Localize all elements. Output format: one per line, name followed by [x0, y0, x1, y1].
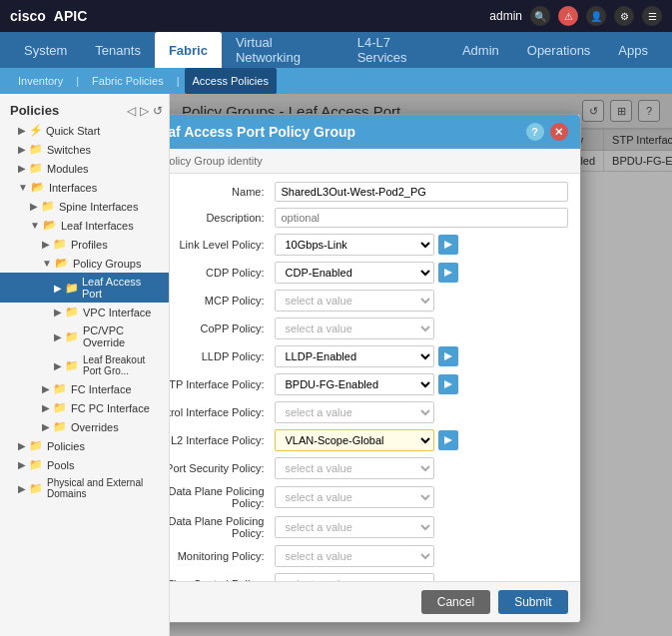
policies-expand-icon: ▶: [18, 440, 26, 451]
fcpc-folder-icon: 📁: [53, 401, 67, 414]
subnav-inventory[interactable]: Inventory: [10, 68, 71, 94]
stp-label: STP Interface Policy:: [170, 378, 275, 390]
link-level-label: Link Level Policy:: [170, 239, 275, 251]
monitoring-label: Monitoring Policy:: [170, 550, 275, 562]
sidebar-item-pools[interactable]: ▶ 📁 Pools: [0, 455, 169, 474]
sidebar-refresh-icon[interactable]: ↺: [153, 104, 163, 118]
search-icon[interactable]: 🔍: [530, 6, 550, 26]
port-security-select[interactable]: select a value: [275, 457, 434, 479]
port-security-label: Port Security Policy:: [170, 462, 275, 474]
sidebar-item-domains[interactable]: ▶ 📁 Physical and External Domains: [0, 474, 169, 502]
nav-virtual-networking[interactable]: Virtual Networking: [222, 32, 343, 68]
sidebar-label-modules: Modules: [47, 163, 89, 175]
user-icon[interactable]: 👤: [586, 6, 606, 26]
mcp-select[interactable]: select a value: [275, 290, 434, 312]
subnav-fabric-policies[interactable]: Fabric Policies: [84, 68, 172, 94]
stp-action-btn[interactable]: [438, 374, 458, 394]
sidebar-label-pcvpc: PC/VPC Override: [83, 324, 163, 348]
sidebar-item-vpc-interface[interactable]: ▶ 📁 VPC Interface: [0, 303, 169, 321]
cancel-button[interactable]: Cancel: [421, 590, 490, 614]
nav-fabric[interactable]: Fabric: [155, 32, 222, 68]
sidebar-item-leaf-interfaces[interactable]: ▼ 📂 Leaf Interfaces: [0, 216, 169, 235]
sidebar-item-pc-vpc-override[interactable]: ▶ 📁 PC/VPC Override: [0, 321, 169, 351]
description-label: Description:: [170, 212, 275, 224]
subnav-sep2: |: [177, 75, 180, 87]
sidebar-item-spine-interfaces[interactable]: ▶ 📁 Spine Interfaces: [0, 197, 169, 216]
sidebar-item-policy-groups[interactable]: ▼ 📂 Policy Groups: [0, 254, 169, 273]
sidebar-policies-header: Policies ◁ ▷ ↺: [0, 100, 169, 121]
modal-close-btn[interactable]: ✕: [550, 123, 568, 141]
storm-select[interactable]: select a value: [275, 401, 434, 423]
storm-label: Storm Control Interface Policy:: [170, 406, 275, 418]
sidebar-item-switches[interactable]: ▶ 📁 Switches: [0, 140, 169, 159]
subnav-access-policies[interactable]: Access Policies: [185, 68, 277, 94]
quick-start-expand-icon: ▶: [18, 125, 26, 136]
cdp-action-btn[interactable]: [438, 263, 458, 283]
ingress-select[interactable]: select a value: [275, 516, 434, 538]
gear-icon[interactable]: ☰: [642, 6, 662, 26]
form-row-port-security: Port Security Policy: select a value: [170, 457, 568, 479]
pfc-select[interactable]: select a value: [275, 573, 434, 581]
link-level-control: 10Gbps-Link: [275, 234, 568, 256]
sidebar-back-icon[interactable]: ◁: [127, 104, 136, 118]
modal-footer: Cancel Submit: [170, 581, 580, 622]
settings-icon[interactable]: ⚙: [614, 6, 634, 26]
copp-select[interactable]: select a value: [275, 318, 434, 339]
switches-expand-icon: ▶: [18, 144, 26, 155]
modal-help-btn[interactable]: ?: [526, 123, 544, 141]
nav-admin[interactable]: Admin: [448, 32, 513, 68]
nav-operations[interactable]: Operations: [513, 32, 605, 68]
sidebar-item-modules[interactable]: ▶ 📁 Modules: [0, 159, 169, 178]
lldp-action-btn[interactable]: [438, 346, 458, 366]
alert-icon[interactable]: ⚠: [558, 6, 578, 26]
apic-title: APIC: [54, 8, 87, 24]
description-input[interactable]: [275, 208, 568, 228]
l2-action-btn[interactable]: [438, 430, 458, 450]
lldp-wrap: LLDP-Enabled: [275, 345, 568, 367]
domains-folder-icon: 📁: [29, 482, 43, 495]
stp-control: BPDU-FG-Enabled: [275, 373, 568, 395]
nav-l4l7[interactable]: L4-L7 Services: [343, 32, 448, 68]
sidebar-item-overrides[interactable]: ▶ 📁 Overrides: [0, 417, 169, 436]
ingress-label: Ingress Data Plane Policing Policy:: [170, 515, 275, 539]
monitoring-select[interactable]: select a value: [275, 545, 434, 567]
modal-header-icons: ? ✕: [526, 123, 568, 141]
leaf-interfaces-folder-icon: 📂: [43, 219, 57, 232]
sidebar-label-vpc: VPC Interface: [83, 307, 151, 318]
sidebar-item-leaf-breakout[interactable]: ▶ 📁 Leaf Breakout Port Gro...: [0, 351, 169, 379]
sidebar-item-fc-pc-interface[interactable]: ▶ 📁 FC PC Interface: [0, 398, 169, 417]
form-row-description: Description:: [170, 208, 568, 228]
sidebar-label-leaf-access-port: Leaf Access Port: [82, 276, 163, 300]
sidebar-item-profiles[interactable]: ▶ 📁 Profiles: [0, 235, 169, 254]
name-input[interactable]: [275, 182, 568, 202]
policy-groups-expand-icon: ▼: [42, 258, 52, 269]
lldp-select[interactable]: LLDP-Enabled: [275, 345, 434, 367]
sidebar-item-leaf-access-port[interactable]: ▶ 📁 Leaf Access Port: [0, 273, 169, 303]
fc-expand-icon: ▶: [42, 383, 50, 394]
name-control: [275, 182, 568, 202]
link-level-select[interactable]: 10Gbps-Link: [275, 234, 434, 256]
link-level-action-btn[interactable]: [438, 235, 458, 255]
sidebar-item-policies[interactable]: ▶ 📁 Policies: [0, 436, 169, 455]
sidebar-forward-icon[interactable]: ▷: [140, 104, 149, 118]
submit-button[interactable]: Submit: [498, 590, 567, 614]
pools-expand-icon: ▶: [18, 459, 26, 470]
nav-tenants[interactable]: Tenants: [81, 32, 155, 68]
sidebar-label-switches: Switches: [47, 144, 91, 156]
profiles-folder-icon: 📁: [53, 238, 67, 251]
sidebar-item-fc-interface[interactable]: ▶ 📁 FC Interface: [0, 379, 169, 398]
cdp-select[interactable]: CDP-Enabled: [275, 262, 434, 284]
form-row-l2: L2 Interface Policy: VLAN-Scope-Global: [170, 429, 568, 451]
modal-body: Name: Description: Link Le: [170, 174, 580, 581]
nav-system[interactable]: System: [10, 32, 81, 68]
egress-select[interactable]: select a value: [275, 486, 434, 508]
nav-apps[interactable]: Apps: [604, 32, 662, 68]
sidebar-item-quick-start[interactable]: ▶ ⚡ Quick Start: [0, 121, 169, 140]
l2-select[interactable]: VLAN-Scope-Global: [275, 429, 434, 451]
sidebar-item-interfaces[interactable]: ▼ 📂 Interfaces: [0, 178, 169, 197]
interfaces-expand-icon: ▼: [18, 182, 28, 193]
form-row-mcp: MCP Policy: select a value: [170, 290, 568, 312]
leaf-access-expand-icon: ▶: [54, 283, 62, 294]
profiles-expand-icon: ▶: [42, 239, 50, 250]
stp-select[interactable]: BPDU-FG-Enabled: [275, 373, 434, 395]
